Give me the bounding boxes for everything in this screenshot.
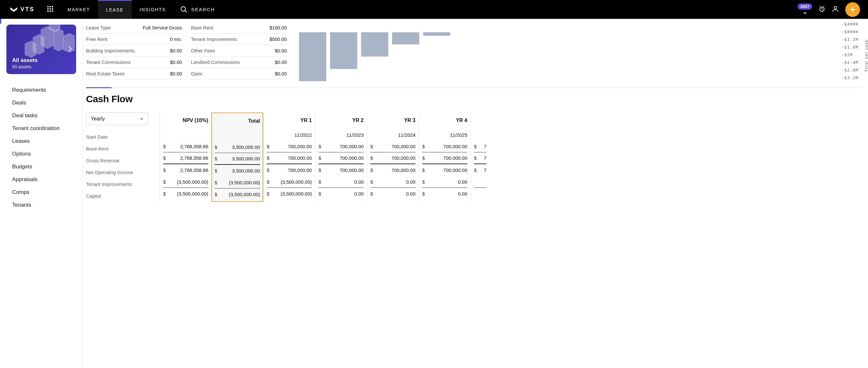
cashflow-value: 3,500,000.00 (232, 168, 260, 173)
add-button[interactable] (845, 2, 860, 17)
sidebar-item-deals[interactable]: Deals (0, 97, 83, 109)
cashflow-column: Total$3,500,000.00$3,500,000.00$3,500,00… (211, 112, 263, 202)
summary-row: Tenant Commissions$0.00 (86, 57, 182, 68)
summary-value: $0.00 (170, 48, 182, 53)
chart-tick: -$2.4M (841, 59, 859, 66)
cashflow-column: NPV (10%)$2,768,358.86$2,768,358.86$2,76… (160, 112, 211, 202)
currency-symbol: $ (267, 155, 269, 161)
summary-value: $0.00 (170, 59, 182, 65)
notifications-button[interactable]: 2657 (798, 7, 812, 12)
summary-row: Tenant Improvements$500.00 (191, 34, 287, 45)
cashflow-row-label: Gross Revenue (86, 155, 156, 166)
currency-symbol: $ (267, 179, 269, 185)
user-icon[interactable] (832, 5, 839, 14)
cashflow-value: 700,000.00 (443, 144, 467, 149)
cashflow-table: Yearly Start DateBase RentGross RevenueN… (86, 112, 868, 202)
cashflow-row-label: Base Rent (86, 143, 156, 155)
sidebar-item-deal-tasks[interactable]: Deal tasks (0, 109, 83, 122)
currency-symbol: $ (370, 155, 373, 161)
sidebar-item-tenants[interactable]: Tenants (0, 199, 83, 211)
currency-symbol: $ (318, 155, 321, 161)
cashflow-cell: $7 (474, 164, 487, 176)
currency-symbol: $ (318, 179, 321, 185)
summary-value: $500.00 (270, 36, 287, 42)
svg-rect-3 (47, 8, 49, 9)
summary-value: $0.00 (170, 71, 182, 76)
cashflow-cell: $0.00 (318, 176, 364, 188)
cashflow-cell (474, 188, 487, 200)
cashflow-title: Cash Flow (86, 94, 868, 104)
main-content: Lease TypeFull Service GrossFree Rent0 m… (83, 19, 868, 368)
currency-symbol: $ (422, 179, 425, 185)
nav-market[interactable]: MARKET (60, 0, 98, 19)
cashflow-cell: $700,000.00 (370, 164, 415, 176)
cashflow-cell: $700,000.00 (422, 140, 467, 153)
cashflow-column: YR 311/2024$700,000.00$700,000.00$700,00… (367, 112, 418, 202)
cashflow-cell: $(3,500,000.00) (267, 176, 312, 188)
summary-value: 0 mo. (170, 36, 182, 42)
currency-symbol: $ (267, 191, 269, 197)
cashflow-cell: $(3,500,000.00) (215, 177, 260, 189)
apps-grid-icon[interactable] (41, 6, 60, 13)
summary-row: Other Fees$0.00 (191, 45, 287, 57)
cashflow-value: 700,000.00 (288, 144, 312, 149)
asset-selector-card[interactable]: All assets 50 assets (6, 25, 76, 74)
chart-tick: -$1.6M (841, 43, 859, 51)
asset-card-subtitle: 50 assets (12, 64, 37, 69)
cashflow-col-header: NPV (10%) (163, 112, 208, 130)
cashflow-value: 0.00 (458, 191, 467, 197)
cashflow-col-header: Total (215, 113, 260, 131)
summary-label: Real Estate Taxes (86, 71, 125, 76)
currency-symbol: $ (215, 144, 217, 150)
cashflow-cell: $700,000.00 (318, 164, 364, 176)
sidebar-item-tenant-coordination[interactable]: Tenant coordination (0, 122, 83, 135)
sidebar-item-budgets[interactable]: Budgets (0, 160, 83, 173)
summary-label: Other Fees (191, 48, 215, 53)
cashflow-cell: $700,000.00 (370, 140, 415, 153)
sidebar-item-requirements[interactable]: Requirements (0, 84, 83, 97)
cashflow-value: 3,500,000.00 (232, 156, 260, 161)
net-cash-chart: -$400K-$800K-$1.2M-$1.6M-$2M-$2.4M-$2.8M… (296, 22, 868, 81)
nav-lease[interactable]: LEASE (98, 0, 131, 19)
currency-symbol: $ (163, 155, 166, 161)
cashflow-cell: $(3,500,000.00) (267, 188, 312, 200)
summary-label: Tenant Improvements (191, 36, 237, 42)
summary-value: $0.00 (275, 71, 287, 76)
logo-icon (9, 7, 18, 12)
cashflow-cell: $0.00 (318, 188, 364, 200)
period-select[interactable]: Yearly (86, 112, 148, 125)
cashflow-value: 0.00 (406, 191, 415, 197)
currency-symbol: $ (422, 144, 425, 149)
alarm-icon[interactable] (818, 5, 826, 14)
sidebar-item-options[interactable]: Options (0, 147, 83, 160)
summary-value: $0.00 (275, 48, 287, 53)
asset-card-title: All assets (12, 57, 37, 64)
cashflow-start-date (163, 130, 208, 140)
cashflow-col-header: YR 3 (370, 112, 415, 130)
sidebar-item-leases[interactable]: Leases (0, 135, 83, 147)
cashflow-value: 0.00 (458, 179, 467, 185)
cashflow-cell: $0.00 (422, 176, 467, 188)
cashflow-start-date (215, 131, 260, 141)
cashflow-value: 3,500,000.00 (232, 144, 260, 150)
currency-symbol: $ (318, 144, 321, 149)
cashflow-cell: $7 (474, 140, 487, 153)
cashflow-row-label: Capital (86, 190, 156, 202)
cashflow-cell: $700,000.00 (422, 164, 467, 176)
currency-symbol: $ (163, 167, 166, 173)
search-icon (180, 6, 187, 13)
svg-rect-2 (52, 6, 53, 7)
sidebar-item-appraisals[interactable]: Appraisals (0, 173, 83, 186)
side-nav: RequirementsDealsDeal tasksTenant coordi… (0, 80, 83, 215)
currency-symbol: $ (422, 167, 425, 173)
search-button[interactable]: SEARCH (174, 6, 222, 13)
cashflow-col-header (474, 112, 487, 130)
cashflow-value: 700,000.00 (443, 155, 467, 161)
brand-logo[interactable]: VTS (0, 6, 41, 13)
cashflow-value: 0.00 (406, 179, 415, 185)
cashflow-cell: $700,000.00 (267, 164, 312, 176)
sidebar-item-comps[interactable]: Comps (0, 186, 83, 199)
summary-label: Opex (191, 71, 203, 76)
cashflow-cell: $2,768,358.86 (163, 153, 208, 164)
nav-insights[interactable]: INSIGHTS (132, 0, 174, 19)
